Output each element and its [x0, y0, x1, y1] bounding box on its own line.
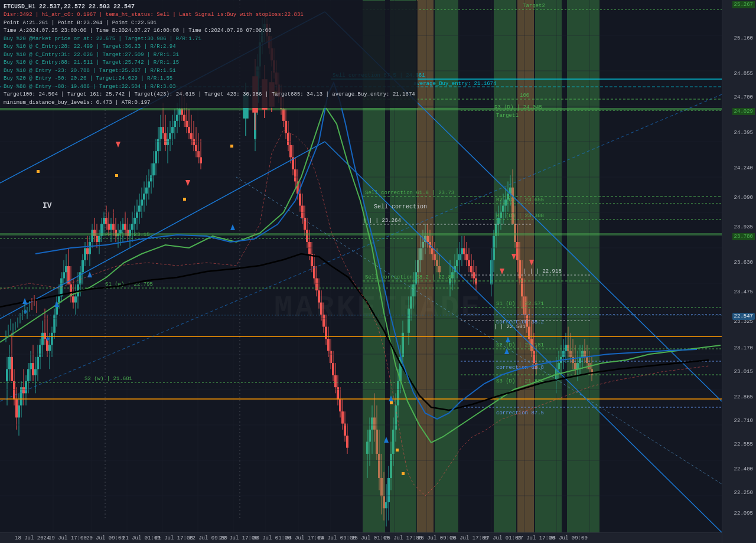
price-label-8: 23.630	[734, 260, 755, 266]
time-label-1: 19 Jul 17:00	[48, 535, 87, 541]
info-line-4: Buy %10 @ C_Entry:28: 22.499 | Target:36…	[4, 43, 415, 51]
time-label-9: 24 Jul 09:00	[318, 535, 356, 541]
price-label-green-band: 24.029	[732, 108, 755, 115]
green-band-3	[435, 0, 458, 532]
price-label-2: 24.855	[734, 71, 755, 77]
info-line-9: Buy %88 @ Entry -88: 19.486 | Target:22.…	[4, 83, 415, 91]
price-label-7: 23.935	[734, 224, 755, 230]
time-axis: 18 Jul 2024 19 Jul 17:00 20 Jul 09:00 21…	[0, 532, 722, 543]
chart-title: ETCUSD_H1 22.537,22.572 22.503 22.547	[4, 2, 415, 11]
price-label-12: 23.015	[734, 369, 755, 375]
price-axis: 25.267 25.160 24.855 24.700 24.029 24.39…	[722, 0, 756, 543]
price-label-top: 25.267	[732, 1, 755, 8]
price-label-14: 22.710	[734, 418, 755, 424]
price-label-1: 25.160	[734, 35, 755, 41]
time-label-14: 27 Jul 01:00	[483, 535, 522, 541]
price-label-9: 23.475	[734, 289, 755, 295]
price-label-11: 23.170	[734, 345, 755, 351]
time-label-0: 18 Jul 2024	[15, 535, 50, 541]
price-label-16: 22.400	[734, 466, 755, 472]
info-line-2: Time A:2024.07.25 23:00:00 | Time B:2024…	[4, 27, 415, 35]
info-line-11: minimum_distance_buy_levels: 0.473 | ATR…	[4, 99, 415, 107]
time-label-2: 20 Jul 09:00	[86, 535, 125, 541]
tan-band-1	[417, 0, 434, 532]
tan-band-2	[517, 0, 534, 532]
price-label-current: 22.547	[732, 313, 755, 320]
price-label-15: 22.555	[734, 441, 755, 447]
info-line-5: Buy %10 @ C_Entry:31: 22.026 | Target:27…	[4, 51, 415, 60]
price-label-17: 22.250	[734, 490, 755, 496]
time-label-4: 21 Jul 17:00	[155, 535, 193, 541]
info-panel: ETCUSD_H1 22.537,22.572 22.503 22.547 Di…	[1, 1, 418, 108]
green-band-6	[567, 0, 599, 532]
price-label-green-major: 23.780	[732, 233, 755, 240]
price-label-18: 22.095	[734, 511, 755, 516]
info-line-6: Buy %10 @ C_Entry:88: 21.511 | Target:25…	[4, 59, 415, 67]
price-label-6: 24.090	[734, 195, 755, 201]
price-label-5: 24.240	[734, 165, 755, 171]
info-line-1: Point A:21.261 | Point B:23.264 | Point …	[4, 19, 415, 28]
info-line-10: Target100: 24.504 | Target 161: 25.742 |…	[4, 91, 415, 99]
price-label-4: 24.395	[734, 130, 755, 136]
price-label-3: 24.700	[734, 94, 755, 100]
time-label-16: 28 Jul 09:00	[549, 535, 588, 541]
price-label-13: 22.865	[734, 394, 755, 400]
info-line-3: Buy %20 @Market price or at: 22.675 | Ta…	[4, 35, 415, 44]
info-line-0: Disr:3492 | h1_atr_c0: 0.1967 | tema_ht_…	[4, 11, 415, 19]
chart-container: MARKETRADE	[0, 0, 756, 543]
info-line-8: Buy %20 @ Entry -50: 20.26 | Target:24.0…	[4, 75, 415, 83]
green-band-4	[494, 0, 516, 532]
green-band-5	[535, 0, 562, 532]
info-line-7: Buy %10 @ Entry -23: 20.788 | Target:25.…	[4, 67, 415, 76]
time-label-11: 25 Jul 17:00	[384, 535, 422, 541]
